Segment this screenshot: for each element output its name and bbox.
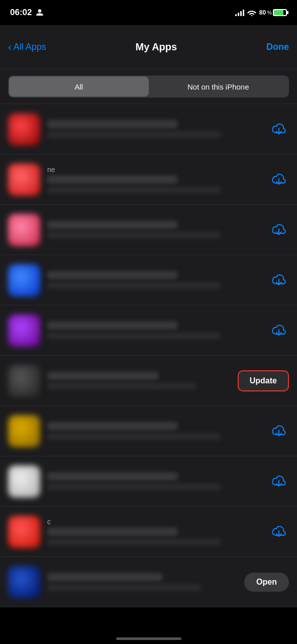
status-bar: 06:02 80 % [0,0,297,25]
app-icon [8,415,40,447]
app-sub-blurred [47,187,221,193]
app-sub-blurred [47,131,221,138]
update-button[interactable]: Update [238,370,289,391]
app-icon [8,365,40,397]
app-info [47,372,233,389]
segment-all[interactable]: All [9,76,149,97]
list-item: Update [0,356,297,406]
list-item [0,255,297,305]
signal-icon [235,9,244,16]
app-info: ne [47,166,264,193]
back-label: All Apps [14,42,46,52]
app-info: c [47,518,264,545]
list-item [0,406,297,456]
app-name-blurred [47,573,162,581]
list-item: ne [0,154,297,205]
app-icon [8,264,40,296]
app-info [47,221,264,238]
status-time-area: 06:02 [10,8,44,18]
cloud-download-button[interactable] [269,421,289,441]
app-icon [8,465,40,498]
app-sub-blurred [47,584,201,591]
list-item [0,456,297,507]
cloud-download-button[interactable] [269,471,289,492]
status-icons: 80 % [235,9,287,16]
cloud-download-button[interactable] [269,320,289,341]
app-name-blurred [47,372,158,380]
app-sub-blurred [47,484,221,490]
app-sub-blurred [47,383,195,389]
list-item: c [0,507,297,557]
app-name-blurred [47,221,177,229]
cloud-download-button[interactable] [269,220,289,240]
cloud-download-button[interactable] [269,170,289,190]
app-sub-blurred [47,232,221,238]
app-icon [8,314,40,347]
app-name-blurred [47,422,177,430]
open-button[interactable]: Open [244,573,289,592]
wifi-icon [247,9,256,16]
app-icon [8,516,40,548]
app-name-blurred [47,271,177,279]
page-title: My Apps [136,41,177,53]
app-name-blurred [47,321,177,330]
person-icon [36,9,44,17]
app-list: ne [0,104,297,607]
list-item [0,205,297,255]
app-name-blurred [47,528,177,536]
app-info [47,573,239,591]
app-info [47,271,264,289]
done-button[interactable]: Done [266,42,289,52]
app-info [47,120,264,138]
home-indicator [116,637,181,640]
all-apps-back-button[interactable]: ‹ All Apps [8,41,46,53]
app-sub-blurred [47,333,221,339]
app-sub-blurred [47,433,221,440]
segment-control: All Not on this iPhone [0,69,297,104]
list-item [0,305,297,356]
time-display: 06:02 [10,8,32,18]
cloud-download-button[interactable] [269,522,289,542]
list-item: Open [0,557,297,607]
app-icon [8,113,40,145]
app-info [47,321,264,339]
app-info [47,472,264,490]
app-name-blurred [47,176,177,184]
battery-indicator: 80 % [259,9,287,16]
cloud-download-button[interactable] [269,270,289,290]
cloud-download-button[interactable] [269,119,289,139]
app-sub-blurred [47,282,221,289]
nav-bar: ‹ All Apps My Apps Done [0,25,297,69]
app-name-blurred [47,472,177,480]
app-icon [8,566,40,598]
back-chevron-icon: ‹ [8,41,12,53]
app-info [47,422,264,440]
app-icon [8,164,40,196]
battery-percent: 80 [259,9,266,16]
app-name-blurred [47,120,177,128]
app-sub-blurred [47,539,221,545]
list-item [0,104,297,154]
app-icon [8,214,40,246]
segment-not-on-iphone[interactable]: Not on this iPhone [149,76,288,97]
